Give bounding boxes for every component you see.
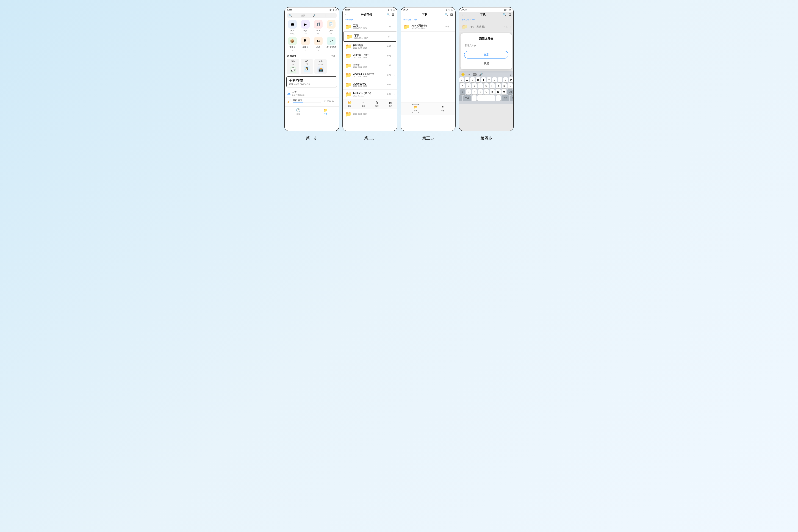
nav-recent[interactable]: 🕐 最近 <box>296 108 300 115</box>
cloud-item[interactable]: ☁ 云盘 备份文件至云端 › <box>285 89 339 97</box>
confirm-button[interactable]: 确定 <box>464 51 508 58</box>
kb-h[interactable]: H <box>490 83 495 89</box>
kb-i[interactable]: I <box>498 77 502 82</box>
voice-icon[interactable]: 🎤 <box>312 14 323 17</box>
kb-c[interactable]: C <box>478 89 483 95</box>
folder-android[interactable]: 📁 Android（系统数据） 2022-01-02 08:00 3 项 › <box>343 70 397 80</box>
kb-done[interactable]: 完成 <box>510 95 514 101</box>
toolbar-clean-2[interactable]: 🗑 清理 <box>375 101 379 108</box>
kb-k[interactable]: K <box>502 83 507 89</box>
kb-d[interactable]: D <box>472 83 477 89</box>
kb-comma[interactable]: ， <box>472 95 476 101</box>
toolbar-new-2[interactable]: 📂 新建 <box>348 101 352 108</box>
kb-q[interactable]: Q <box>459 77 464 82</box>
kb-space[interactable] <box>477 95 495 101</box>
kb-a[interactable]: A <box>460 83 465 89</box>
folder-app-browser[interactable]: 📁 App（浏览器） 2022-08-24 14:38 0 项 › <box>401 22 455 32</box>
app-item-privacy[interactable]: 🛡 原子隐私系统 <box>326 37 337 52</box>
app-item-pictures[interactable]: 🏔 图片 581项 <box>287 20 298 35</box>
search-icon-4[interactable]: 🔍 <box>503 13 506 16</box>
kb-m[interactable]: M <box>501 89 507 95</box>
kb-emoji-icon[interactable]: 😊 <box>461 73 465 76</box>
folder-icon-alarms: 📁 <box>345 53 352 59</box>
folder-app-browser-4[interactable]: 📁 App（浏览器） 0 项 › <box>459 22 513 32</box>
kb-u[interactable]: U <box>492 77 497 82</box>
quick-app-wechat[interactable]: 微信 5项 💬 <box>287 59 299 74</box>
folder-backups[interactable]: 📁 backups（备份） 2022-05-31... 0 项 › <box>343 90 397 99</box>
kb-keyboard-icon[interactable]: ⌨ <box>473 73 477 76</box>
app-item-docs[interactable]: 📄 文档 2项 <box>326 20 337 35</box>
folder-yuetuosuo[interactable]: 📁 阅图锁屏 2022-05-08 09:29 0 项 › <box>343 42 397 51</box>
kb-t[interactable]: T <box>481 77 486 82</box>
breadcrumb-label-2: 手机存储 <box>345 18 353 21</box>
kb-o[interactable]: O <box>503 77 508 82</box>
kb-e[interactable]: E <box>470 77 475 82</box>
toolbar-new-3[interactable]: 📂 新建 <box>412 104 419 113</box>
kb-l[interactable]: L <box>508 83 513 89</box>
select-icon-2[interactable]: ☑ <box>392 13 395 16</box>
kb-s[interactable]: S <box>466 83 471 89</box>
clean-item[interactable]: 🧹 空间清理 已用 69.83 GB › <box>285 97 339 105</box>
search-icon-2[interactable]: 🔍 <box>386 13 390 16</box>
folder-audiobooks[interactable]: 📁 Audiobooks 2022-01-02 08:00 0 项 › <box>343 80 397 90</box>
folder-huchuan[interactable]: 📁 互传 2022-07-27 09:56 1 项 › <box>343 22 397 32</box>
kb-j[interactable]: J <box>496 83 501 89</box>
nav-files[interactable]: 📁 文件 <box>323 108 327 115</box>
kb-y[interactable]: Y <box>487 77 491 82</box>
kb-b[interactable]: B <box>490 89 495 95</box>
app-item-zip[interactable]: 🗜 压缩包 0张 <box>300 37 311 52</box>
cloud-icon: ☁ <box>287 91 291 95</box>
toolbar-sort-3[interactable]: ≡ 排序 <box>441 105 444 112</box>
kb-emoticon-icon[interactable]: ☺ <box>467 73 470 76</box>
folder-icon-download: 📁 <box>346 34 353 40</box>
kb-r[interactable]: R <box>476 77 480 82</box>
clean-bar <box>293 102 321 103</box>
more-link[interactable]: 更多 › <box>331 55 336 57</box>
app-item-apk[interactable]: 📦 安装包 0项 <box>287 37 298 52</box>
search-bar[interactable]: 🔍 搜索 🎤 ⋮ <box>287 13 337 18</box>
kb-w[interactable]: W <box>465 77 469 82</box>
kb-period[interactable]: 。 <box>496 95 500 101</box>
back-button-2[interactable]: ‹ <box>345 13 346 17</box>
more-icon[interactable]: ⋮ <box>324 14 335 17</box>
step-3-label: 第三步 <box>401 135 456 141</box>
new-folder-input[interactable] <box>464 43 508 48</box>
cloud-sub: 备份文件至云端 <box>292 94 334 96</box>
phone-screen-2: 19:16 ▦ ▾ ◈ 59 ‹ 手机存储 🔍 ☑ 手机存储 📁 互传 2022… <box>342 7 397 131</box>
kb-backspace[interactable]: ⌫ <box>507 89 513 95</box>
app-item-music[interactable]: 🎵 音乐 4项 <box>312 20 324 35</box>
kb-collapse-icon[interactable]: ∨ <box>510 73 511 76</box>
kb-123[interactable]: 123 <box>501 95 509 101</box>
quick-app-screenshot[interactable]: 截屏 543项 📸 <box>315 59 327 74</box>
kb-lang[interactable]: 中/英 <box>463 95 471 101</box>
kb-f[interactable]: F <box>478 83 483 89</box>
select-icon-3[interactable]: ☑ <box>450 13 453 16</box>
folder-alarms[interactable]: 📁 Alarms（闹钟） 2022-01-02 08:00 0 项 › <box>343 51 397 61</box>
folder-extra[interactable]: 📁 2022-05-25 09:27 <box>343 109 397 119</box>
back-button-3[interactable]: ‹ <box>403 13 404 17</box>
back-button-4[interactable]: ‹ <box>462 13 463 17</box>
app-item-tags[interactable]: 🏷 标签 0项 <box>312 37 324 52</box>
kb-g[interactable]: G <box>484 83 489 89</box>
status-icons-4: ▦ ▾ ◈ 59 <box>504 9 511 11</box>
kb-p[interactable]: P <box>509 77 513 82</box>
select-icon-4[interactable]: ☑ <box>508 13 511 16</box>
folder-amap[interactable]: 📁 amap 2022-06-22 09:58 2 项 › <box>343 61 397 70</box>
kb-symbols[interactable]: 符 <box>459 95 462 101</box>
kb-z[interactable]: Z <box>466 89 471 95</box>
kb-v[interactable]: V <box>484 89 489 95</box>
cancel-button[interactable]: 取消 <box>464 60 508 66</box>
time-3: 19:16 <box>403 8 408 11</box>
folder-info-download: 下载 2022-08-24 14:37 <box>354 34 384 39</box>
kb-shift[interactable]: ⇧ <box>460 89 465 95</box>
toolbar-display-2[interactable]: ⊞ 显示 <box>388 101 392 108</box>
quick-app-qq[interactable]: QQ 0项 🐧 <box>301 59 313 74</box>
search-icon-3[interactable]: 🔍 <box>444 13 448 16</box>
toolbar-sort-2[interactable]: ≡ 排序 <box>362 101 365 108</box>
kb-x[interactable]: X <box>472 89 477 95</box>
top-bar-3: ‹ 下载 🔍 ☑ <box>401 12 455 18</box>
app-item-video[interactable]: ▶ 视频 11项 <box>300 20 311 35</box>
kb-mic-icon[interactable]: 🎤 <box>479 73 483 76</box>
kb-n[interactable]: N <box>495 89 500 95</box>
folder-download[interactable]: 📁 下载 2022-08-24 14:37 1 项 › <box>343 32 396 42</box>
